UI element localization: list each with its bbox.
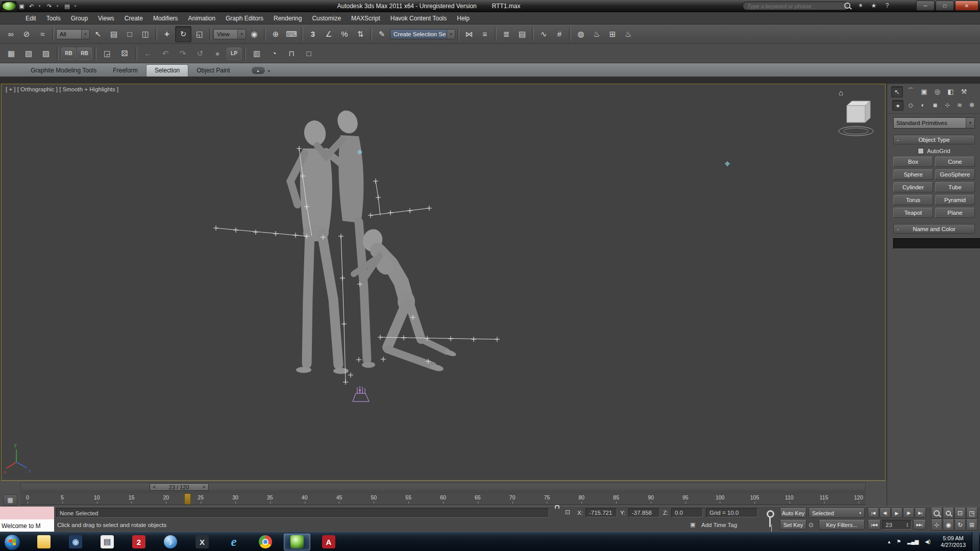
zoom-all-icon[interactable] — [943, 508, 954, 519]
layer-manager-icon[interactable]: ≣ — [499, 27, 514, 42]
curve-editor-icon[interactable]: ∿ — [536, 27, 551, 42]
menu-create[interactable]: Create — [119, 12, 148, 24]
select-and-link-icon[interactable]: ∞ — [3, 27, 18, 42]
chrome-icon[interactable] — [252, 534, 279, 550]
primitive-teapot-button[interactable]: Teapot — [893, 208, 933, 218]
redo-dropdown-icon[interactable]: ▾ — [53, 2, 62, 11]
go-to-start-button[interactable]: |◀ — [868, 508, 879, 518]
viewport-orthographic[interactable]: [ + ] [ Orthographic ] [ Smooth + Highli… — [1, 84, 886, 481]
redo-scene-icon[interactable]: ↷ — [175, 46, 191, 61]
rigid-body-button-2[interactable]: RB — [77, 47, 92, 60]
go-to-end-button[interactable]: ▶| — [915, 508, 926, 518]
keyboard-override-icon[interactable]: ⌨ — [284, 27, 299, 42]
render-production-icon[interactable]: ♨ — [621, 27, 636, 42]
mirror-icon[interactable]: ⋈ — [461, 27, 477, 42]
percent-snap-icon[interactable]: % — [337, 27, 352, 42]
search-icon[interactable] — [842, 1, 852, 10]
tab-utilities-icon[interactable]: ⚒ — [959, 86, 969, 96]
tab-hierarchy-icon[interactable]: ▣ — [919, 86, 929, 96]
key-filter-toggle-icon[interactable]: ⊙ — [808, 521, 814, 529]
viewcube[interactable] — [839, 101, 873, 136]
next-frame-button[interactable]: |▶ — [903, 508, 914, 518]
auto-key-button[interactable]: Auto Key — [780, 508, 806, 518]
select-and-scale-icon[interactable]: ◱ — [192, 27, 207, 42]
pan-icon[interactable]: ⊹ — [931, 519, 942, 531]
maximize-viewport-icon[interactable]: ⊞ — [966, 519, 977, 531]
menu-views[interactable]: Views — [93, 12, 119, 24]
tab-object-paint[interactable]: Object Paint — [188, 65, 238, 77]
zoom-region-icon[interactable]: ◳ — [966, 508, 977, 519]
rendered-frame-window-icon[interactable]: ⊞ — [605, 27, 620, 42]
category-spacewarps-icon[interactable]: ≋ — [954, 100, 965, 110]
previous-frame-step-button[interactable]: |◀◀ — [868, 520, 880, 530]
search-input[interactable] — [743, 2, 849, 10]
z-coordinate-field[interactable]: 0.0 — [671, 508, 703, 517]
undo-dropdown-icon[interactable]: ▾ — [35, 2, 44, 11]
box-tool-icon[interactable]: □ — [301, 46, 317, 61]
previous-frame-arrow[interactable]: < — [150, 484, 159, 490]
menu-edit[interactable]: Edit — [20, 12, 41, 24]
menu-customize[interactable]: Customize — [307, 12, 346, 24]
select-and-manipulate-icon[interactable]: ⊕ — [268, 27, 283, 42]
play-button[interactable]: ▶ — [891, 508, 902, 518]
y-coordinate-field[interactable]: -37.858 — [628, 508, 660, 517]
viewport-label[interactable]: [ + ] [ Orthographic ] [ Smooth + Highli… — [6, 86, 118, 92]
project-folder-dropdown-icon[interactable]: ▾ — [70, 2, 80, 11]
primitive-cylinder-button[interactable]: Cylinder — [893, 182, 933, 192]
sphere-state-icon[interactable]: ● — [209, 46, 226, 61]
primitive-plane-button[interactable]: Plane — [935, 208, 975, 218]
menu-help[interactable]: Help — [452, 12, 475, 24]
key-mode-dropdown[interactable]: Selected ▾ — [808, 508, 865, 518]
orbit-icon[interactable]: ↻ — [954, 519, 966, 531]
time-slider-handle[interactable]: < 23 / 120 > — [150, 483, 209, 491]
back-arrow-icon[interactable]: ← — [140, 46, 156, 61]
timeline-ruler[interactable]: 0510152025303540455055606570758085909510… — [20, 492, 866, 505]
3dsmax-logo-icon[interactable] — [2, 1, 17, 11]
help-icon[interactable]: ? — [882, 1, 892, 10]
show-desktop-button[interactable] — [972, 532, 979, 551]
reset-loop-icon[interactable]: ↺ — [192, 46, 208, 61]
x-coordinate-field[interactable]: -715.721 — [585, 508, 617, 517]
category-helpers-icon[interactable]: ⊹ — [942, 100, 952, 110]
add-time-tag-label[interactable]: Add Time Tag — [701, 522, 737, 528]
dropdown-arrow-icon[interactable]: ▾ — [966, 118, 974, 128]
time-slider-track[interactable]: < 23 / 120 > — [20, 483, 866, 491]
container-icon[interactable]: ▦ — [3, 46, 19, 61]
tab-create-icon[interactable]: ↖ — [891, 86, 903, 97]
internet-explorer-icon[interactable]: e — [220, 534, 247, 550]
zoom-extents-icon[interactable]: ⊡ — [954, 508, 966, 519]
selection-filter-dropdown[interactable]: All ▾ — [56, 29, 90, 39]
volume-icon[interactable]: ◀) — [925, 539, 930, 544]
render-setup-icon[interactable]: ♨ — [589, 27, 604, 42]
zoom-icon[interactable] — [931, 508, 942, 519]
ribbon-options-arrow-icon[interactable]: ▾ — [268, 69, 270, 73]
show-hidden-icons[interactable]: ▴ — [888, 539, 891, 544]
media-app-icon[interactable]: ◉ — [62, 534, 89, 550]
primitive-torus-button[interactable]: Torus — [893, 195, 933, 205]
network-icon[interactable]: ▂▄▆ — [908, 539, 919, 544]
red-app-icon[interactable]: 2 — [126, 534, 152, 550]
select-by-name-icon[interactable]: ▤ — [106, 27, 121, 42]
acrobat-icon[interactable]: A — [315, 534, 342, 550]
action-center-icon[interactable]: ⚑ — [897, 539, 901, 544]
spinner-snap-icon[interactable]: ⇅ — [353, 27, 368, 42]
absolute-offset-toggle-icon[interactable]: ⊡ — [565, 509, 570, 516]
current-frame-field[interactable]: 23 ▴▾ — [882, 520, 912, 530]
walkthrough-icon[interactable]: ◉ — [943, 519, 954, 531]
container-open-icon[interactable]: ▧ — [20, 46, 37, 61]
next-frame-step-button[interactable]: ▶▶| — [913, 520, 926, 530]
menu-animation[interactable]: Animation — [183, 12, 220, 24]
menu-modifiers[interactable]: Modifiers — [148, 12, 183, 24]
maximize-button[interactable]: □ — [936, 1, 954, 11]
close-button[interactable]: ✕ — [955, 1, 978, 11]
x-app-icon[interactable]: X — [189, 534, 215, 550]
primitive-box-button[interactable]: Box — [893, 157, 933, 167]
category-systems-icon[interactable]: ✻ — [967, 100, 977, 110]
category-geometry-icon[interactable]: ● — [892, 100, 903, 111]
category-lights-icon[interactable]: ◐ — [918, 100, 928, 110]
set-key-mode-icon[interactable] — [764, 508, 777, 531]
select-and-move-icon[interactable]: + — [159, 27, 175, 42]
object-name-input[interactable] — [893, 238, 980, 249]
mini-curve-editor-button[interactable]: ▦ — [3, 494, 17, 506]
schematic-view-icon[interactable]: # — [552, 27, 567, 42]
